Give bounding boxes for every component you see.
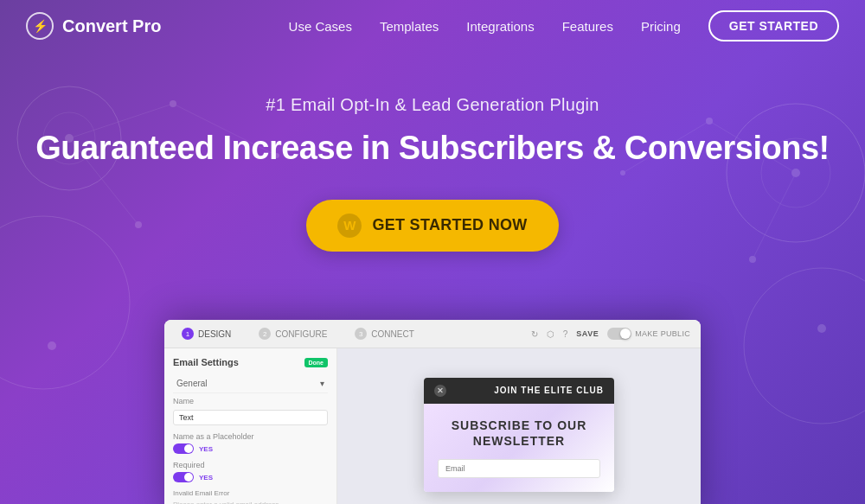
tab-connect-label: CONNECT	[371, 329, 413, 339]
popup-email-input[interactable]	[438, 459, 600, 478]
mockup-window: 1 DESIGN 2 CONFIGURE 3 CONNECT ↻ ⬡ ? SAV…	[164, 320, 701, 504]
required-toggle-row: YES	[173, 472, 328, 482]
nav-features[interactable]: Features	[562, 19, 613, 34]
name-label: Name	[173, 397, 328, 405]
hero-title: Guaranteed Increase in Subscribers & Con…	[35, 129, 829, 169]
toolbar-right: ↻ ⬡ ? SAVE MAKE PUBLIC	[531, 328, 690, 340]
required-toggle-knob	[184, 473, 193, 482]
required-yes-label: YES	[199, 474, 213, 482]
tab-design[interactable]: 1 DESIGN	[175, 325, 238, 342]
placeholder-field-group: Name as a Placeholder YES	[173, 432, 328, 454]
hero-content: #1 Email Opt-In & Lead Generation Plugin…	[18, 95, 846, 252]
placeholder-yes-label: YES	[199, 445, 213, 453]
mockup-toolbar: 1 DESIGN 2 CONFIGURE 3 CONNECT ↻ ⬡ ? SAV…	[164, 320, 701, 348]
logo-icon: ⚡	[26, 12, 54, 40]
name-input[interactable]	[173, 410, 328, 425]
hero-subtitle: #1 Email Opt-In & Lead Generation Plugin	[35, 95, 829, 115]
wordpress-icon: W	[337, 214, 362, 238]
svg-point-20	[817, 324, 826, 333]
error-field-group: Invalid Email Error Please enter a valid…	[173, 489, 328, 504]
hero-cta-button[interactable]: W GET STARTED NOW	[306, 200, 558, 252]
tab-configure-label: CONFIGURE	[275, 329, 327, 339]
nav-use-cases[interactable]: Use Cases	[289, 19, 352, 34]
placeholder-toggle-knob	[184, 444, 193, 453]
main-nav: Use Cases Templates Integrations Feature…	[289, 10, 839, 41]
tab-configure-num: 2	[259, 328, 271, 340]
general-section[interactable]: General ▾	[173, 374, 328, 393]
placeholder-label: Name as a Placeholder	[173, 432, 328, 441]
refresh-icon[interactable]: ↻	[531, 329, 538, 339]
name-field-group: Name	[173, 397, 328, 425]
product-mockup: 1 DESIGN 2 CONFIGURE 3 CONNECT ↻ ⬡ ? SAV…	[164, 320, 701, 504]
popup-preview-card: ✕ JOIN THE ELITE CLUB SUBSCRIBE TO OUR N…	[424, 378, 614, 492]
required-label: Required	[173, 461, 328, 469]
sidebar-header: Email Settings Done	[173, 357, 328, 367]
brand-name: Convert Pro	[62, 16, 161, 36]
make-public-label: MAKE PUBLIC	[635, 329, 690, 338]
svg-point-5	[744, 268, 865, 424]
svg-point-19	[749, 256, 756, 263]
general-chevron: ▾	[320, 379, 324, 388]
sidebar-title: Email Settings	[173, 357, 239, 367]
mockup-preview: ✕ JOIN THE ELITE CLUB SUBSCRIBE TO OUR N…	[337, 348, 701, 504]
error-label: Invalid Email Error	[173, 489, 328, 497]
toggle-track	[607, 328, 631, 340]
question-icon[interactable]: ?	[563, 329, 568, 339]
sidebar-done-badge: Done	[304, 358, 329, 367]
share-icon[interactable]: ⬡	[547, 329, 554, 339]
placeholder-toggle[interactable]	[173, 443, 194, 454]
placeholder-toggle-row: YES	[173, 443, 328, 454]
tab-connect[interactable]: 3 CONNECT	[348, 325, 420, 342]
toggle-knob	[620, 329, 631, 339]
save-button[interactable]: SAVE	[576, 329, 599, 338]
mockup-body: Email Settings Done General ▾ Name Name …	[164, 348, 701, 504]
logo[interactable]: ⚡ Convert Pro	[26, 12, 161, 40]
tab-design-num: 1	[182, 328, 194, 340]
nav-integrations[interactable]: Integrations	[466, 19, 534, 34]
popup-body: SUBSCRIBE TO OUR NEWSLETTER	[424, 404, 614, 492]
popup-close-button[interactable]: ✕	[434, 385, 446, 397]
tab-connect-num: 3	[355, 328, 367, 340]
nav-templates[interactable]: Templates	[380, 19, 439, 34]
hero-cta-label: GET STARTED NOW	[372, 216, 527, 234]
popup-header: ✕ JOIN THE ELITE CLUB	[424, 378, 614, 404]
svg-point-21	[48, 341, 56, 350]
make-public-toggle[interactable]: MAKE PUBLIC	[607, 328, 690, 340]
tab-configure[interactable]: 2 CONFIGURE	[252, 325, 334, 342]
general-label: General	[176, 379, 208, 388]
tab-design-label: DESIGN	[198, 329, 231, 339]
nav-pricing[interactable]: Pricing	[641, 19, 681, 34]
error-hint-text: Please enter a valid email address.	[173, 501, 328, 504]
mockup-sidebar: Email Settings Done General ▾ Name Name …	[164, 348, 337, 504]
hero-section: ⚡ Convert Pro Use Cases Templates Integr…	[0, 0, 865, 504]
header: ⚡ Convert Pro Use Cases Templates Integr…	[0, 0, 865, 52]
popup-title: SUBSCRIBE TO OUR NEWSLETTER	[438, 418, 600, 449]
required-toggle[interactable]	[173, 472, 194, 482]
required-field-group: Required YES	[173, 461, 328, 482]
header-cta-button[interactable]: GET STARTED	[708, 10, 839, 41]
popup-header-text: JOIN THE ELITE CLUB	[494, 386, 604, 395]
